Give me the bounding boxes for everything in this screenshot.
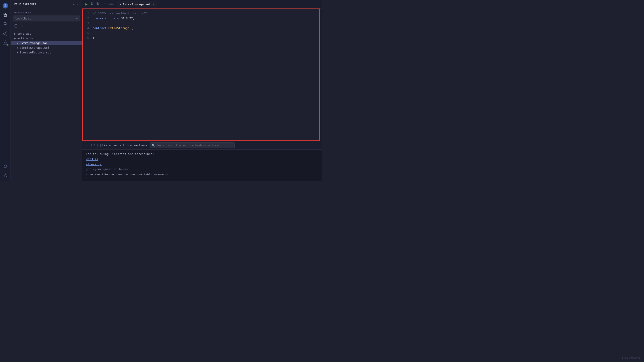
clock-icon: ⊘ — [91, 144, 92, 147]
bottom-footer: › — [82, 175, 322, 181]
sidebar-header: FILE EXPLORER ✓ › — [11, 0, 82, 9]
svg-point-16 — [5, 175, 6, 176]
listen-label: listen on all transactions — [102, 144, 148, 147]
new-folder-icon[interactable] — [20, 24, 23, 28]
tab-extrastorage[interactable]: ◈ ExtraStorage.sol ✕ — [117, 1, 157, 8]
svg-rect-2 — [4, 13, 6, 15]
tree-item-label: StorageFactory.sol — [20, 51, 51, 54]
code-line-2: 2 pragma solidity ^0.8.22; — [83, 16, 319, 20]
tab-close-button[interactable]: ✕ — [152, 3, 154, 6]
sidebar: FILE EXPLORER ✓ › WORKSPACES localhost ⊕ — [11, 0, 82, 181]
tree-item-label: artifacts — [17, 37, 33, 40]
right-gutter — [320, 8, 322, 141]
chevron-right-icon[interactable]: › — [76, 2, 78, 6]
chevron-right-footer-icon[interactable]: › — [85, 176, 87, 180]
svg-point-1 — [4, 4, 6, 6]
checkbox-box[interactable] — [98, 144, 100, 147]
tree-item-label: SimpleStorage.sol — [20, 46, 50, 50]
tab-home[interactable]: ⌂ Home — [101, 1, 116, 7]
hint-text: Type the library name to see available c… — [86, 172, 318, 175]
workspace-name: localhost — [15, 17, 31, 20]
svg-marker-12 — [4, 41, 7, 44]
bottom-toolbar: ⊘ 0 listen on all transactions 🔍 — [82, 141, 322, 150]
svg-rect-8 — [6, 34, 7, 35]
sidebar-title: FILE EXPLORER — [14, 3, 36, 6]
run-button[interactable]: ▶ — [84, 2, 89, 7]
web3-link[interactable]: web3.js — [86, 157, 318, 162]
file-tree: ▶ contract ▶ artifacts ◈ ExtraStorage.so… — [11, 30, 82, 181]
filter-icon[interactable] — [85, 143, 88, 147]
libraries-text: The following libraries are accessible: — [86, 152, 318, 156]
code-line-5: 5 — [83, 30, 319, 35]
zoom-in-button[interactable] — [90, 2, 95, 7]
sidebar-header-actions: ✓ › — [72, 2, 78, 6]
listen-checkbox[interactable]: listen on all transactions — [98, 144, 148, 147]
tree-item-contract[interactable]: ▶ contract — [11, 31, 82, 36]
zoom-out-button[interactable] — [95, 2, 100, 7]
code-line-1: 1 // SPDX-License-Identifier: MIT — [83, 11, 319, 16]
sol-tab-icon: ◈ — [120, 3, 121, 6]
gpt-text: gpt <your question here> — [86, 167, 318, 172]
sol-icon: ◈ — [17, 51, 18, 54]
tree-item-extrastorage[interactable]: ◈ ExtraStorage.sol — [11, 41, 82, 46]
tree-item-label: contract — [17, 32, 31, 35]
code-line-6: 6 } — [83, 35, 319, 40]
svg-line-27 — [98, 4, 99, 5]
search-nav-icon[interactable] — [1, 20, 10, 28]
svg-line-23 — [92, 4, 94, 5]
deploy-nav-icon[interactable] — [1, 38, 10, 46]
bottom-content: The following libraries are accessible: … — [82, 150, 322, 175]
sol-icon: ◈ — [17, 46, 18, 49]
tab-home-label: Home — [107, 2, 114, 6]
search-input[interactable] — [156, 144, 232, 147]
check-icon[interactable]: ✓ — [72, 2, 75, 6]
plugin-nav-icon[interactable] — [1, 30, 10, 38]
workspaces-label: WORKSPACES — [11, 9, 82, 16]
svg-rect-7 — [6, 32, 7, 33]
tree-item-artifacts[interactable]: ▶ artifacts — [11, 36, 82, 41]
svg-point-4 — [4, 22, 6, 24]
settings-nav-icon[interactable] — [1, 171, 10, 179]
code-line-4: 4 contract ExtraStorage { — [83, 26, 319, 30]
folder-icon: ▶ — [14, 32, 16, 35]
workspace-selector[interactable]: localhost ⊕ — [13, 16, 80, 22]
logo-icon[interactable] — [1, 2, 10, 10]
ethers-link[interactable]: ethers.js — [86, 162, 318, 167]
code-editor[interactable]: 1 // SPDX-License-Identifier: MIT 2 prag… — [82, 8, 320, 141]
code-line-3: 3 — [83, 20, 319, 26]
svg-line-5 — [6, 24, 7, 25]
tree-item-simplestorage[interactable]: ◈ SimpleStorage.sol — [11, 46, 82, 50]
activity-bar — [0, 0, 11, 181]
workspace-expand-icon: ⊕ — [76, 17, 78, 20]
svg-point-13 — [4, 165, 7, 168]
tab-extrastorage-label: ExtraStorage.sol — [122, 3, 150, 6]
svg-rect-6 — [4, 33, 5, 34]
editor-area: 1 // SPDX-License-Identifier: MIT 2 prag… — [82, 8, 322, 141]
search-bar[interactable]: 🔍 — [150, 142, 234, 148]
folder-icon: ▶ — [14, 37, 16, 40]
home-icon: ⌂ — [104, 3, 105, 6]
search-bar-icon: 🔍 — [152, 144, 155, 147]
transaction-counter: ⊘ 0 — [91, 144, 95, 147]
counter-value: 0 — [94, 144, 95, 147]
main-content: ▶ ⌂ Home ◈ ExtraStorage.sol ✕ — [82, 0, 322, 181]
bottom-panel: ⊘ 0 listen on all transactions 🔍 The fol… — [82, 141, 322, 181]
svg-rect-3 — [4, 14, 6, 16]
debug-nav-icon[interactable] — [1, 162, 10, 170]
new-file-icon[interactable] — [14, 24, 18, 28]
sol-icon: ◈ — [17, 42, 18, 44]
files-icon[interactable] — [1, 11, 10, 19]
tab-bar: ▶ ⌂ Home ◈ ExtraStorage.sol ✕ — [82, 0, 322, 8]
tree-item-storagefactory[interactable]: ◈ StorageFactory.sol — [11, 50, 82, 55]
tree-item-label: ExtraStorage.sol — [20, 41, 48, 45]
